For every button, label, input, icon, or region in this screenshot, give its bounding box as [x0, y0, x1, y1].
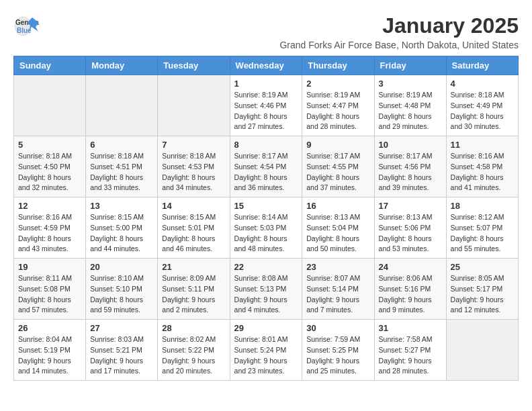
calendar-header-row: Sunday Monday Tuesday Wednesday Thursday… — [14, 56, 519, 75]
sunset-text: Sunset: 5:25 PM — [306, 346, 359, 354]
daylight-text: Daylight: 8 hours and 33 minutes. — [90, 173, 143, 192]
table-row: 7 Sunrise: 8:18 AM Sunset: 4:53 PM Dayli… — [158, 136, 230, 197]
daylight-text: Daylight: 8 hours and 37 minutes. — [306, 173, 359, 192]
day-info: Sunrise: 8:19 AM Sunset: 4:48 PM Dayligh… — [379, 90, 442, 132]
daylight-text: Daylight: 8 hours and 48 minutes. — [234, 234, 287, 253]
day-info: Sunrise: 8:05 AM Sunset: 5:17 PM Dayligh… — [451, 273, 514, 316]
day-info: Sunrise: 7:59 AM Sunset: 5:25 PM Dayligh… — [306, 334, 369, 377]
day-number: 8 — [234, 140, 298, 150]
daylight-text: Daylight: 8 hours and 27 minutes. — [234, 112, 287, 131]
sunset-text: Sunset: 4:59 PM — [18, 224, 71, 232]
table-row: 11 Sunrise: 8:16 AM Sunset: 4:58 PM Dayl… — [446, 136, 518, 197]
daylight-text: Daylight: 9 hours and 7 minutes. — [306, 295, 359, 314]
daylight-text: Daylight: 9 hours and 17 minutes. — [90, 357, 143, 375]
sunset-text: Sunset: 4:56 PM — [379, 163, 431, 171]
day-info: Sunrise: 8:01 AM Sunset: 5:24 PM Dayligh… — [234, 334, 298, 377]
daylight-text: Daylight: 9 hours and 12 minutes. — [451, 295, 504, 314]
table-row: 6 Sunrise: 8:18 AM Sunset: 4:51 PM Dayli… — [86, 136, 158, 197]
sunrise-text: Sunrise: 8:16 AM — [18, 213, 72, 221]
sunset-text: Sunset: 5:24 PM — [234, 346, 287, 354]
sunset-text: Sunset: 4:55 PM — [306, 163, 359, 171]
table-row: 2 Sunrise: 8:19 AM Sunset: 4:47 PM Dayli… — [302, 75, 374, 136]
day-number: 28 — [162, 323, 225, 333]
day-info: Sunrise: 8:13 AM Sunset: 5:04 PM Dayligh… — [306, 212, 369, 255]
sunset-text: Sunset: 5:22 PM — [162, 346, 214, 354]
table-row: 23 Sunrise: 8:07 AM Sunset: 5:14 PM Dayl… — [302, 259, 374, 320]
sunrise-text: Sunrise: 8:15 AM — [90, 213, 144, 221]
logo: General Blue — [13, 13, 39, 39]
day-info: Sunrise: 8:19 AM Sunset: 4:46 PM Dayligh… — [234, 90, 298, 132]
sunset-text: Sunset: 5:27 PM — [379, 346, 431, 354]
sunrise-text: Sunrise: 8:13 AM — [379, 213, 433, 221]
table-row: 12 Sunrise: 8:16 AM Sunset: 4:59 PM Dayl… — [14, 197, 86, 259]
sunrise-text: Sunrise: 8:08 AM — [234, 274, 288, 282]
table-row: 24 Sunrise: 8:06 AM Sunset: 5:16 PM Dayl… — [374, 259, 446, 320]
sunrise-text: Sunrise: 8:17 AM — [234, 152, 288, 160]
sunrise-text: Sunrise: 8:19 AM — [306, 91, 360, 99]
daylight-text: Daylight: 8 hours and 41 minutes. — [451, 173, 504, 192]
day-info: Sunrise: 8:19 AM Sunset: 4:47 PM Dayligh… — [306, 90, 369, 132]
sunrise-text: Sunrise: 8:09 AM — [162, 274, 216, 282]
table-row: 16 Sunrise: 8:13 AM Sunset: 5:04 PM Dayl… — [302, 197, 374, 259]
day-number: 19 — [18, 262, 81, 272]
day-number: 9 — [306, 140, 369, 150]
day-info: Sunrise: 8:18 AM Sunset: 4:49 PM Dayligh… — [451, 90, 514, 132]
table-row: 27 Sunrise: 8:03 AM Sunset: 5:21 PM Dayl… — [86, 320, 158, 381]
table-row: 5 Sunrise: 8:18 AM Sunset: 4:50 PM Dayli… — [14, 136, 86, 197]
calendar-table: Sunday Monday Tuesday Wednesday Thursday… — [13, 56, 519, 381]
day-info: Sunrise: 8:14 AM Sunset: 5:03 PM Dayligh… — [234, 212, 298, 255]
day-number: 4 — [451, 79, 514, 89]
sunrise-text: Sunrise: 8:06 AM — [379, 274, 433, 282]
table-row: 15 Sunrise: 8:14 AM Sunset: 5:03 PM Dayl… — [230, 197, 302, 259]
col-sunday: Sunday — [14, 56, 86, 75]
sunset-text: Sunset: 5:17 PM — [451, 285, 503, 293]
table-row: 4 Sunrise: 8:18 AM Sunset: 4:49 PM Dayli… — [446, 75, 518, 136]
daylight-text: Daylight: 8 hours and 53 minutes. — [379, 234, 432, 253]
daylight-text: Daylight: 9 hours and 2 minutes. — [162, 295, 215, 314]
sunrise-text: Sunrise: 8:16 AM — [451, 152, 504, 160]
day-number: 30 — [306, 323, 369, 333]
sunset-text: Sunset: 5:04 PM — [306, 224, 359, 232]
calendar-week-row: 5 Sunrise: 8:18 AM Sunset: 4:50 PM Dayli… — [14, 136, 519, 197]
table-row: 13 Sunrise: 8:15 AM Sunset: 5:00 PM Dayl… — [86, 197, 158, 259]
day-info: Sunrise: 8:17 AM Sunset: 4:54 PM Dayligh… — [234, 151, 298, 193]
sunset-text: Sunset: 4:51 PM — [90, 163, 142, 171]
day-number: 26 — [18, 323, 81, 333]
logo-svg: General Blue — [13, 13, 39, 39]
daylight-text: Daylight: 8 hours and 46 minutes. — [162, 234, 215, 253]
table-row — [14, 75, 86, 136]
sunrise-text: Sunrise: 8:11 AM — [18, 274, 72, 282]
sunset-text: Sunset: 5:07 PM — [451, 224, 503, 232]
day-info: Sunrise: 8:18 AM Sunset: 4:50 PM Dayligh… — [18, 151, 81, 193]
day-info: Sunrise: 8:11 AM Sunset: 5:08 PM Dayligh… — [18, 273, 81, 316]
daylight-text: Daylight: 9 hours and 4 minutes. — [234, 295, 287, 314]
day-info: Sunrise: 8:10 AM Sunset: 5:10 PM Dayligh… — [90, 273, 153, 316]
sunrise-text: Sunrise: 8:14 AM — [234, 213, 288, 221]
table-row: 18 Sunrise: 8:12 AM Sunset: 5:07 PM Dayl… — [446, 197, 518, 259]
sunrise-text: Sunrise: 8:17 AM — [379, 152, 433, 160]
day-number: 7 — [162, 140, 225, 150]
sunset-text: Sunset: 4:58 PM — [451, 163, 503, 171]
day-info: Sunrise: 8:16 AM Sunset: 4:58 PM Dayligh… — [451, 151, 514, 193]
daylight-text: Daylight: 8 hours and 55 minutes. — [451, 234, 504, 253]
daylight-text: Daylight: 8 hours and 39 minutes. — [379, 173, 432, 192]
daylight-text: Daylight: 9 hours and 14 minutes. — [18, 357, 71, 375]
day-info: Sunrise: 8:04 AM Sunset: 5:19 PM Dayligh… — [18, 334, 81, 377]
sunset-text: Sunset: 5:14 PM — [306, 285, 359, 293]
daylight-text: Daylight: 8 hours and 36 minutes. — [234, 173, 287, 192]
sunrise-text: Sunrise: 8:15 AM — [162, 213, 216, 221]
daylight-text: Daylight: 8 hours and 28 minutes. — [306, 112, 359, 131]
sunrise-text: Sunrise: 8:17 AM — [306, 152, 360, 160]
sunset-text: Sunset: 5:11 PM — [162, 285, 214, 293]
daylight-text: Daylight: 9 hours and 20 minutes. — [162, 357, 215, 375]
day-info: Sunrise: 8:07 AM Sunset: 5:14 PM Dayligh… — [306, 273, 369, 316]
table-row: 28 Sunrise: 8:02 AM Sunset: 5:22 PM Dayl… — [158, 320, 230, 381]
table-row: 8 Sunrise: 8:17 AM Sunset: 4:54 PM Dayli… — [230, 136, 302, 197]
daylight-text: Daylight: 8 hours and 29 minutes. — [379, 112, 432, 131]
day-info: Sunrise: 8:15 AM Sunset: 5:01 PM Dayligh… — [162, 212, 225, 255]
sunset-text: Sunset: 4:54 PM — [234, 163, 287, 171]
day-number: 14 — [162, 201, 225, 211]
day-info: Sunrise: 8:06 AM Sunset: 5:16 PM Dayligh… — [379, 273, 442, 316]
table-row — [158, 75, 230, 136]
sunset-text: Sunset: 5:19 PM — [18, 346, 71, 354]
